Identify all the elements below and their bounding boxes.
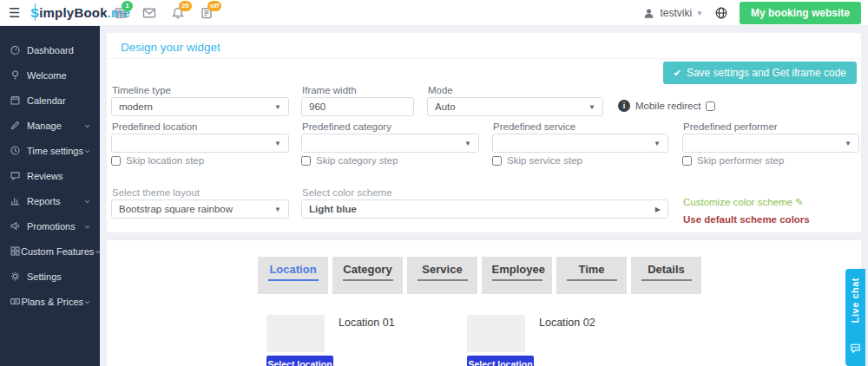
widget-settings-panel: Design your widget ✔Save settings and Ge… [107,33,861,232]
sidebar-item-custom-features[interactable]: Custom Features [0,239,100,264]
money-icon [10,296,21,307]
select-caret-icon: ▼ [845,140,852,147]
clock-icon [10,145,27,156]
iframe-width-input[interactable] [309,101,406,112]
preview-tab-time[interactable]: Time [556,257,627,294]
chevron-down-icon [83,118,91,134]
location-name: Location 02 [539,317,595,329]
skip-performer-row: Skip performer step [682,155,784,166]
preview-tab-location[interactable]: Location [258,257,328,294]
my-booking-website-button[interactable]: My booking website [740,2,861,24]
logo-accent: S [30,5,39,20]
live-chat-tab[interactable]: Live chat [845,269,865,366]
chevron-down-icon: ▼ [696,10,703,17]
chevron-down-icon [83,219,91,234]
skip-performer-checkbox[interactable] [682,156,692,166]
bar-chart-icon [10,195,27,206]
lightbulb-icon [10,69,27,81]
select-location-button[interactable]: Select location [266,356,333,366]
color-scheme-select[interactable]: Light blue▶ [301,199,668,219]
timeline-type-select[interactable]: modern▼ [111,97,289,116]
use-default-scheme-link[interactable]: Use default scheme colors [683,214,810,225]
mode-label: Mode [428,85,453,95]
timeline-type-label: Timeline type [112,85,171,95]
select-caret-icon: ▼ [464,140,471,147]
sidebar-item-plans-prices[interactable]: Plans & Prices [0,289,100,314]
user-name: testviki [660,7,692,19]
predefined-location-select[interactable]: ▼ [111,134,289,153]
sidebar-item-manage[interactable]: Manage [0,113,100,138]
skip-category-checkbox[interactable] [301,156,311,166]
select-caret-icon: ▼ [654,140,661,147]
iframe-width-field [301,97,414,116]
skip-category-row: Skip category step [301,155,398,166]
page-title: Design your widget [121,41,220,54]
save-settings-button[interactable]: ✔Save settings and Get iframe code [663,62,857,84]
user-icon [642,7,655,20]
live-chat-label: Live chat [850,278,860,323]
check-icon: ✔ [674,68,681,78]
skip-service-row: Skip service step [492,155,582,166]
booking-queue-icon[interactable]: 1 [114,6,128,20]
header-right-group: testviki ▼ My booking website [642,0,861,26]
skip-location-checkbox[interactable] [111,156,121,166]
theme-layout-label: Select theme layout [112,187,200,198]
predefined-performer-select[interactable]: ▼ [682,134,859,153]
select-caret-icon: ▼ [589,103,595,111]
predefined-location-label: Predefined location [112,121,197,132]
predefined-category-label: Predefined category [302,121,391,132]
mobile-redirect-label: Mobile redirect [635,101,700,111]
predefined-performer-label: Predefined performer [683,121,778,132]
theme-layout-select[interactable]: Bootstrap square rainbow▼ [111,199,289,219]
preview-tab-employee[interactable]: Employee [482,257,552,294]
sidebar-nav: Dashboard Welcome Calendar Manage Time s… [0,26,100,366]
apps-icon [10,245,21,257]
chevron-down-icon [83,143,91,159]
pencil-icon [10,120,27,131]
megaphone-icon [10,220,27,232]
gear-icon [10,271,27,282]
mode-select[interactable]: Auto▼ [427,97,603,116]
preview-tab-category[interactable]: Category [332,257,403,294]
pencil-icon: ✎ [795,197,804,207]
mobile-redirect-checkbox[interactable] [706,101,715,111]
sidebar-item-welcome[interactable]: Welcome [0,62,100,88]
sidebar-item-time-settings[interactable]: Time settings [0,138,100,163]
notifications-bell-icon[interactable]: 20 [171,6,185,20]
sidebar-item-reviews[interactable]: Reviews [0,163,100,188]
sidebar-item-calendar[interactable]: Calendar [0,88,100,113]
chevron-down-icon [94,244,102,259]
location-card: Location 02 Select location [467,313,667,366]
location-image-placeholder [266,315,325,352]
skip-service-checkbox[interactable] [492,156,502,166]
predefined-service-select[interactable]: ▼ [492,134,668,153]
sidebar-item-dashboard[interactable]: Dashboard [0,37,100,62]
skip-location-row: Skip location step [111,155,204,166]
chat-bubble-icon [849,342,862,358]
select-location-button[interactable]: Select location [467,356,534,366]
iframe-width-label: Iframe width [302,85,357,95]
info-icon[interactable]: i [618,100,630,112]
select-caret-icon: ▼ [274,206,281,213]
customize-color-scheme-link[interactable]: Customize color scheme ✎ [683,196,804,208]
select-caret-icon: ▼ [274,140,281,147]
sidebar-item-settings[interactable]: Settings [0,264,100,289]
user-menu[interactable]: testviki ▼ [642,7,703,20]
hamburger-menu-icon[interactable]: ☰ [9,5,20,21]
tasks-icon[interactable]: off [200,6,214,20]
preview-tab-bar: Location Category Service Employee Time … [258,257,701,294]
preview-tab-details[interactable]: Details [631,257,701,294]
tasks-badge: off [207,1,221,11]
top-header: ☰ SimplyBook.me 1 20 off testviki [0,0,868,26]
queue-badge: 1 [122,1,133,11]
notifications-badge: 20 [179,1,192,11]
sidebar-item-promotions[interactable]: Promotions [0,213,100,239]
location-image-placeholder [467,315,525,352]
messages-icon[interactable] [142,6,156,20]
language-globe-icon[interactable] [714,6,728,20]
sidebar-item-reports[interactable]: Reports [0,188,100,213]
header-icon-group: 1 20 off [114,6,214,20]
preview-tab-service[interactable]: Service [407,257,477,294]
chat-icon [10,170,27,181]
predefined-category-select[interactable]: ▼ [301,134,479,153]
